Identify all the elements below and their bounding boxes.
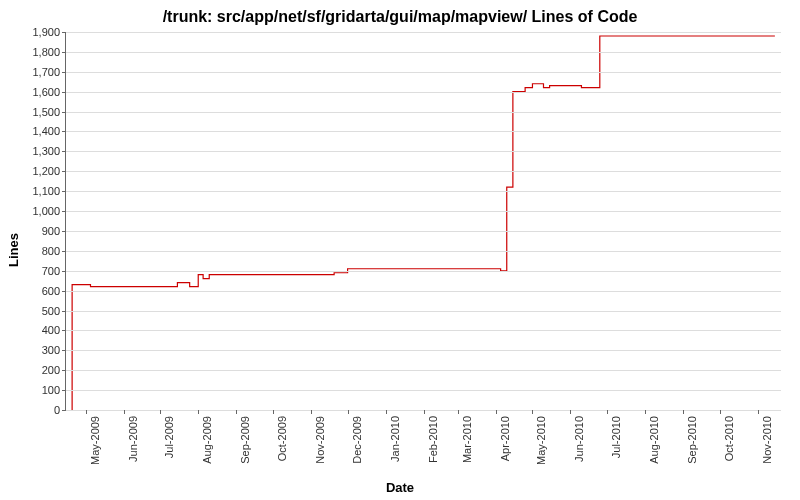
x-tick-label: Jun-2010 [573, 416, 585, 462]
y-tick-label: 1,500 [10, 106, 60, 118]
y-tick-label: 800 [10, 245, 60, 257]
x-tick-label: May-2010 [535, 416, 547, 465]
chart-title: /trunk: src/app/net/sf/gridarta/gui/map/… [0, 8, 800, 26]
y-tick-label: 300 [10, 344, 60, 356]
y-tick-label: 1,800 [10, 46, 60, 58]
x-tick-label: Sep-2009 [239, 416, 251, 464]
x-tick-label: Apr-2010 [499, 416, 511, 461]
x-tick-label: Feb-2010 [427, 416, 439, 463]
x-tick-label: Aug-2010 [648, 416, 660, 464]
x-tick-label: Nov-2009 [314, 416, 326, 464]
x-tick-label: Nov-2010 [761, 416, 773, 464]
x-tick-label: Jul-2009 [163, 416, 175, 458]
x-tick-label: Oct-2009 [276, 416, 288, 461]
y-tick-label: 1,300 [10, 145, 60, 157]
y-tick-label: 400 [10, 324, 60, 336]
y-tick-label: 600 [10, 285, 60, 297]
y-tick-label: 1,000 [10, 205, 60, 217]
x-tick-label: Mar-2010 [461, 416, 473, 463]
x-tick-label: May-2009 [89, 416, 101, 465]
plot-area [65, 32, 781, 411]
x-tick-label: Aug-2009 [201, 416, 213, 464]
x-tick-label: Jun-2009 [127, 416, 139, 462]
x-axis-label: Date [0, 480, 800, 495]
y-tick-label: 1,900 [10, 26, 60, 38]
y-tick-label: 1,200 [10, 165, 60, 177]
x-tick-label: Jul-2010 [610, 416, 622, 458]
x-tick-label: Sep-2010 [686, 416, 698, 464]
y-tick-label: 0 [10, 404, 60, 416]
y-tick-label: 1,700 [10, 66, 60, 78]
y-tick-label: 1,600 [10, 86, 60, 98]
y-tick-label: 900 [10, 225, 60, 237]
line-series [66, 32, 781, 410]
y-tick-label: 100 [10, 384, 60, 396]
x-tick-label: Oct-2010 [723, 416, 735, 461]
y-tick-label: 500 [10, 305, 60, 317]
y-tick-label: 1,400 [10, 125, 60, 137]
x-tick-label: Dec-2009 [351, 416, 363, 464]
x-tick-label: Jan-2010 [389, 416, 401, 462]
chart-container: /trunk: src/app/net/sf/gridarta/gui/map/… [0, 0, 800, 500]
y-tick-label: 200 [10, 364, 60, 376]
y-tick-label: 1,100 [10, 185, 60, 197]
y-tick-label: 700 [10, 265, 60, 277]
